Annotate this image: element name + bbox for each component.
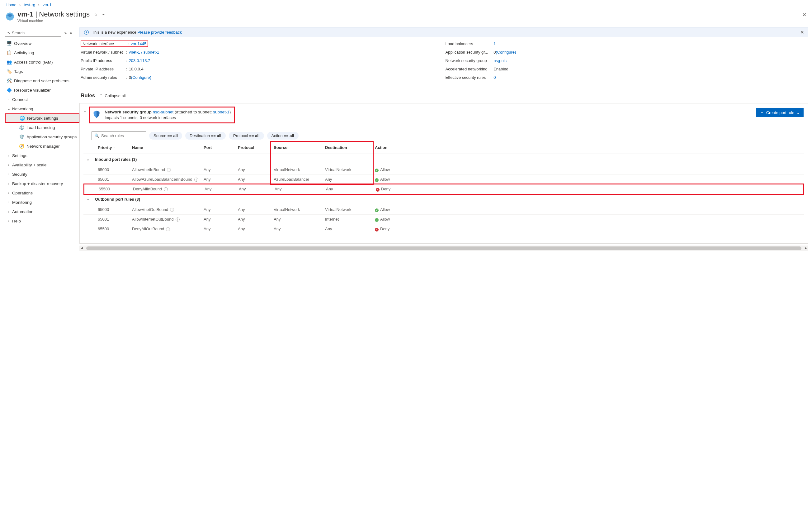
info-icon[interactable]: i	[166, 227, 170, 231]
col-port[interactable]: Port	[202, 145, 236, 150]
property-link[interactable]: nsg-nic	[494, 58, 507, 63]
properties: Network interface:vm-1445Virtual network…	[79, 37, 811, 87]
filter-pill[interactable]: Action == all	[267, 132, 299, 140]
col-protocol[interactable]: Protocol	[236, 145, 272, 150]
info-icon[interactable]: i	[167, 168, 171, 172]
section-header[interactable]: ⌄Inbound port rules (3)	[84, 154, 804, 165]
info-icon[interactable]: i	[194, 178, 198, 182]
create-port-rule-button[interactable]: ＋ Create port rule ⌄	[756, 108, 804, 117]
nav-icon: 🖥️	[6, 41, 12, 46]
breadcrumb-home[interactable]: Home	[6, 2, 16, 7]
property-label: Admin security rules	[81, 75, 126, 80]
table-row[interactable]: 65000 AllowVnetInBoundi Any Any VirtualN…	[84, 165, 804, 175]
sidebar-item[interactable]: 🧭Network manager	[5, 142, 79, 151]
table-row[interactable]: 65001 AllowInternetOutBoundi Any Any Any…	[84, 215, 804, 224]
horizontal-scrollbar[interactable]	[79, 246, 808, 251]
sidebar-search[interactable]: ↖	[5, 29, 61, 37]
filter-pill[interactable]: Protocol == all	[229, 132, 264, 140]
sidebar-item[interactable]: 🛠️Diagnose and solve problems	[5, 76, 79, 85]
sidebar-item[interactable]: 🖥️Overview	[5, 38, 79, 48]
section-header[interactable]: ⌄Outbound port rules (3)	[84, 194, 804, 205]
cell-protocol: Any	[236, 227, 272, 231]
cell-dest: Any	[323, 227, 373, 231]
close-icon[interactable]: ✕	[802, 11, 806, 18]
sort-icon[interactable]: ⇅	[64, 31, 67, 34]
sidebar-group[interactable]: ›Backup + disaster recovery	[5, 179, 79, 188]
col-name[interactable]: Name	[130, 145, 202, 150]
sidebar-group[interactable]: ›Operations	[5, 188, 79, 197]
chevron-down-icon[interactable]: ⌄	[84, 109, 86, 113]
property-link[interactable]: vnet-1 / subnet-1	[129, 50, 160, 55]
table-row[interactable]: 65500 DenyAllOutBoundi Any Any Any Any ✕…	[84, 224, 804, 234]
highlight-box: Network security group nsg-subnet (attac…	[89, 106, 235, 123]
sidebar-item[interactable]: 🏷️Tags	[5, 67, 79, 76]
filter-pill[interactable]: Source == all	[149, 132, 182, 140]
info-icon[interactable]: i	[164, 187, 168, 191]
sidebar-group[interactable]: ›Settings	[5, 151, 79, 160]
nsg-link[interactable]: nsg-subnet	[153, 110, 174, 114]
sidebar-group[interactable]: ⌄Networking	[5, 104, 79, 113]
more-icon[interactable]: ⋯	[102, 12, 106, 17]
nav-label: Connect	[12, 97, 28, 102]
nav-icon: 🛠️	[6, 78, 12, 83]
nav-label: Network manager	[26, 144, 60, 149]
info-icon[interactable]: i	[176, 218, 180, 222]
collapse-sidebar-icon[interactable]: «	[70, 30, 72, 35]
nav-label: Automation	[12, 209, 33, 214]
cell-port: Any	[203, 187, 237, 191]
chevron-right-icon: ›	[36, 2, 41, 7]
page-title: vm-1 | Network settings	[17, 10, 90, 18]
sidebar-group[interactable]: ›Availability + scale	[5, 160, 79, 169]
sidebar-item[interactable]: 🔷Resource visualizer	[5, 85, 79, 95]
cell-action: ✓Allow	[373, 207, 407, 212]
search-rules[interactable]: 🔍	[92, 132, 146, 140]
allow-icon: ✓	[375, 169, 379, 172]
sidebar-item[interactable]: 📋Activity log	[5, 48, 79, 57]
sidebar-group[interactable]: ›Help	[5, 216, 79, 226]
cell-name: DenyAllOutBoundi	[130, 227, 202, 231]
sidebar-item[interactable]: 🌐Network settings	[5, 113, 79, 123]
sidebar-group[interactable]: ›Connect	[5, 95, 79, 104]
property-link[interactable]: 203.0.113.7	[129, 58, 150, 63]
rules-heading: Rules	[81, 93, 95, 99]
chevron-right-icon: ›	[6, 191, 11, 195]
col-priority[interactable]: Priority ↑	[96, 145, 130, 150]
property-link[interactable]: 1	[494, 41, 496, 46]
cell-action: ✕Deny	[373, 227, 407, 232]
cell-source: AzureLoadBalancer	[272, 177, 323, 182]
table-row[interactable]: 65500 DenyAllInBoundi Any Any Any Any ✕D…	[84, 183, 804, 195]
nsg-impacts: Impacts 1 subnets, 0 network interfaces	[105, 115, 231, 120]
sidebar-group[interactable]: ›Monitoring	[5, 197, 79, 207]
nav-label: Networking	[12, 106, 33, 111]
search-input[interactable]	[11, 30, 59, 35]
sidebar-item[interactable]: 👥Access control (IAM)	[5, 57, 79, 67]
property-link[interactable]: 0	[494, 75, 496, 80]
breadcrumb-vm[interactable]: vm-1	[43, 2, 52, 7]
sidebar-group[interactable]: ›Security	[5, 169, 79, 179]
table-row[interactable]: 65000 AllowVnetOutBoundi Any Any Virtual…	[84, 205, 804, 215]
configure-link[interactable]: (Configure)	[131, 75, 151, 80]
configure-link[interactable]: (Configure)	[496, 50, 516, 55]
sidebar-item[interactable]: 🛡️Application security groups	[5, 132, 79, 142]
property-value: 0	[494, 50, 496, 55]
breadcrumb-rg[interactable]: test-rg	[24, 2, 35, 7]
property-link[interactable]: vm-1445	[131, 41, 146, 46]
info-icon[interactable]: i	[170, 208, 174, 212]
subnet-link[interactable]: subnet-1	[213, 110, 229, 114]
col-action[interactable]: Action	[373, 145, 407, 150]
sidebar-item[interactable]: ⚖️Load balancing	[5, 123, 79, 132]
filter-pill[interactable]: Destination == all	[185, 132, 226, 140]
nav-label: Security	[12, 172, 27, 177]
chevron-right-icon: ›	[6, 97, 11, 101]
col-source[interactable]: Source	[272, 145, 323, 150]
table-row[interactable]: 65001 AllowAzureLoadBalancerInBoundi Any…	[84, 175, 804, 184]
cell-port: Any	[202, 217, 236, 222]
favorite-icon[interactable]: ☆	[94, 12, 98, 17]
feedback-link[interactable]: Please provide feedback	[137, 30, 182, 34]
property-row: Private IP address:10.0.0.4	[81, 65, 445, 73]
close-icon[interactable]: ✕	[800, 29, 804, 35]
collapse-all-button[interactable]: ⌃ Collapse all	[99, 93, 125, 98]
col-destination[interactable]: Destination	[323, 145, 373, 150]
search-rules-input[interactable]	[101, 133, 143, 138]
sidebar-group[interactable]: ›Automation	[5, 207, 79, 216]
